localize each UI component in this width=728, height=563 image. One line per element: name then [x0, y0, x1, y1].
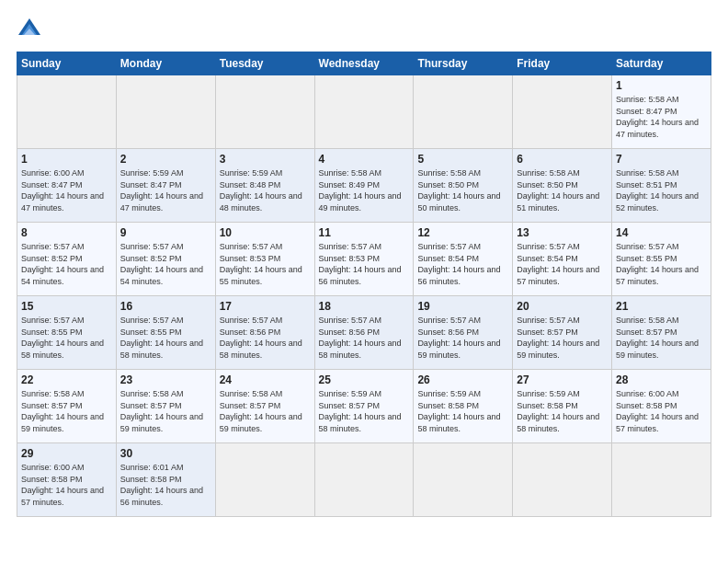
day-number: 21 — [616, 300, 707, 313]
day-info: Sunrise: 5:58 AMSunset: 8:57 PMDaylight:… — [21, 388, 112, 434]
day-cell: 18Sunrise: 5:57 AMSunset: 8:56 PMDayligh… — [314, 296, 414, 370]
day-info: Sunrise: 5:58 AMSunset: 8:50 PMDaylight:… — [417, 167, 508, 213]
day-cell: 1Sunrise: 5:58 AMSunset: 8:47 PMDaylight… — [612, 75, 711, 149]
day-info: Sunrise: 5:57 AMSunset: 8:54 PMDaylight:… — [417, 241, 508, 287]
day-cell: 23Sunrise: 5:58 AMSunset: 8:57 PMDayligh… — [116, 370, 215, 443]
day-cell — [513, 443, 612, 517]
day-cell: 22Sunrise: 5:58 AMSunset: 8:57 PMDayligh… — [17, 370, 117, 443]
day-cell — [414, 443, 513, 517]
day-cell — [314, 443, 414, 517]
day-number: 7 — [616, 153, 707, 166]
day-info: Sunrise: 5:59 AMSunset: 8:48 PMDaylight:… — [220, 167, 311, 213]
day-number: 11 — [319, 226, 410, 239]
day-info: Sunrise: 5:57 AMSunset: 8:52 PMDaylight:… — [21, 241, 112, 287]
day-info: Sunrise: 5:59 AMSunset: 8:57 PMDaylight:… — [319, 388, 410, 434]
day-cell: 26Sunrise: 5:59 AMSunset: 8:58 PMDayligh… — [414, 370, 513, 443]
day-number: 17 — [220, 300, 311, 313]
day-info: Sunrise: 5:58 AMSunset: 8:49 PMDaylight:… — [319, 167, 410, 213]
day-number: 12 — [417, 226, 508, 239]
week-row-2: 8Sunrise: 5:57 AMSunset: 8:52 PMDaylight… — [17, 223, 711, 296]
day-info: Sunrise: 5:57 AMSunset: 8:55 PMDaylight:… — [120, 315, 211, 361]
day-cell: 25Sunrise: 5:59 AMSunset: 8:57 PMDayligh… — [314, 370, 414, 443]
day-cell — [513, 75, 612, 149]
day-cell: 15Sunrise: 5:57 AMSunset: 8:55 PMDayligh… — [17, 296, 117, 370]
day-number: 2 — [120, 153, 211, 166]
day-info: Sunrise: 5:58 AMSunset: 8:51 PMDaylight:… — [616, 167, 707, 213]
day-info: Sunrise: 5:58 AMSunset: 8:57 PMDaylight:… — [616, 315, 707, 361]
week-row-5: 29Sunrise: 6:00 AMSunset: 8:58 PMDayligh… — [17, 443, 711, 517]
day-number: 8 — [21, 226, 112, 239]
day-info: Sunrise: 5:59 AMSunset: 8:47 PMDaylight:… — [120, 167, 211, 213]
day-info: Sunrise: 5:58 AMSunset: 8:57 PMDaylight:… — [120, 388, 211, 434]
day-number: 22 — [21, 373, 112, 386]
day-number: 10 — [220, 226, 311, 239]
header-cell-thursday: Thursday — [414, 52, 513, 75]
day-cell: 9Sunrise: 5:57 AMSunset: 8:52 PMDaylight… — [116, 223, 215, 296]
header-cell-friday: Friday — [513, 52, 612, 75]
day-info: Sunrise: 5:57 AMSunset: 8:55 PMDaylight:… — [616, 241, 707, 287]
day-info: Sunrise: 5:57 AMSunset: 8:52 PMDaylight:… — [120, 241, 211, 287]
day-number: 26 — [417, 373, 508, 386]
day-number: 13 — [517, 226, 608, 239]
day-cell: 29Sunrise: 6:00 AMSunset: 8:58 PMDayligh… — [17, 443, 117, 517]
day-cell: 5Sunrise: 5:58 AMSunset: 8:50 PMDaylight… — [414, 149, 513, 223]
week-row-0: 1Sunrise: 5:58 AMSunset: 8:47 PMDaylight… — [17, 75, 711, 149]
day-cell — [215, 75, 314, 149]
day-info: Sunrise: 5:57 AMSunset: 8:55 PMDaylight:… — [21, 315, 112, 361]
day-number: 27 — [517, 373, 608, 386]
day-info: Sunrise: 5:58 AMSunset: 8:47 PMDaylight:… — [616, 94, 707, 140]
header-cell-sunday: Sunday — [17, 52, 117, 75]
day-cell — [215, 443, 314, 517]
header-cell-tuesday: Tuesday — [215, 52, 314, 75]
day-info: Sunrise: 5:57 AMSunset: 8:56 PMDaylight:… — [319, 315, 410, 361]
day-cell: 1Sunrise: 6:00 AMSunset: 8:47 PMDaylight… — [17, 149, 117, 223]
day-number: 16 — [120, 300, 211, 313]
day-number: 14 — [616, 226, 707, 239]
day-number: 30 — [120, 447, 211, 460]
day-cell: 20Sunrise: 5:57 AMSunset: 8:57 PMDayligh… — [513, 296, 612, 370]
day-number: 29 — [21, 447, 112, 460]
day-number: 6 — [517, 153, 608, 166]
day-cell: 16Sunrise: 5:57 AMSunset: 8:55 PMDayligh… — [116, 296, 215, 370]
week-row-1: 1Sunrise: 6:00 AMSunset: 8:47 PMDaylight… — [17, 149, 711, 223]
day-cell: 11Sunrise: 5:57 AMSunset: 8:53 PMDayligh… — [314, 223, 414, 296]
day-cell: 17Sunrise: 5:57 AMSunset: 8:56 PMDayligh… — [215, 296, 314, 370]
day-cell: 28Sunrise: 6:00 AMSunset: 8:58 PMDayligh… — [612, 370, 711, 443]
day-number: 5 — [417, 153, 508, 166]
day-number: 24 — [220, 373, 311, 386]
week-row-3: 15Sunrise: 5:57 AMSunset: 8:55 PMDayligh… — [17, 296, 711, 370]
day-info: Sunrise: 6:01 AMSunset: 8:58 PMDaylight:… — [120, 462, 211, 508]
day-cell: 3Sunrise: 5:59 AMSunset: 8:48 PMDaylight… — [215, 149, 314, 223]
day-cell: 4Sunrise: 5:58 AMSunset: 8:49 PMDaylight… — [314, 149, 414, 223]
day-cell: 27Sunrise: 5:59 AMSunset: 8:58 PMDayligh… — [513, 370, 612, 443]
day-info: Sunrise: 5:59 AMSunset: 8:58 PMDaylight:… — [417, 388, 508, 434]
day-number: 23 — [120, 373, 211, 386]
day-number: 3 — [220, 153, 311, 166]
day-info: Sunrise: 5:57 AMSunset: 8:56 PMDaylight:… — [417, 315, 508, 361]
day-number: 4 — [319, 153, 410, 166]
day-cell: 14Sunrise: 5:57 AMSunset: 8:55 PMDayligh… — [612, 223, 711, 296]
day-info: Sunrise: 5:57 AMSunset: 8:53 PMDaylight:… — [319, 241, 410, 287]
day-number: 18 — [319, 300, 410, 313]
day-cell: 30Sunrise: 6:01 AMSunset: 8:58 PMDayligh… — [116, 443, 215, 517]
day-cell: 2Sunrise: 5:59 AMSunset: 8:47 PMDaylight… — [116, 149, 215, 223]
day-number: 1 — [21, 153, 112, 166]
day-number: 28 — [616, 373, 707, 386]
day-cell: 6Sunrise: 5:58 AMSunset: 8:50 PMDaylight… — [513, 149, 612, 223]
header-row: SundayMondayTuesdayWednesdayThursdayFrid… — [17, 52, 711, 75]
header-cell-monday: Monday — [116, 52, 215, 75]
day-info: Sunrise: 5:58 AMSunset: 8:50 PMDaylight:… — [517, 167, 608, 213]
calendar-page: SundayMondayTuesdayWednesdayThursdayFrid… — [0, 0, 728, 563]
logo-icon — [17, 17, 42, 42]
day-number: 19 — [417, 300, 508, 313]
day-info: Sunrise: 5:57 AMSunset: 8:53 PMDaylight:… — [220, 241, 311, 287]
day-info: Sunrise: 5:57 AMSunset: 8:54 PMDaylight:… — [517, 241, 608, 287]
header — [17, 17, 711, 42]
day-cell: 8Sunrise: 5:57 AMSunset: 8:52 PMDaylight… — [17, 223, 117, 296]
day-info: Sunrise: 6:00 AMSunset: 8:58 PMDaylight:… — [21, 462, 112, 508]
day-cell: 7Sunrise: 5:58 AMSunset: 8:51 PMDaylight… — [612, 149, 711, 223]
day-cell — [612, 443, 711, 517]
day-cell — [116, 75, 215, 149]
header-cell-saturday: Saturday — [612, 52, 711, 75]
day-info: Sunrise: 6:00 AMSunset: 8:47 PMDaylight:… — [21, 167, 112, 213]
